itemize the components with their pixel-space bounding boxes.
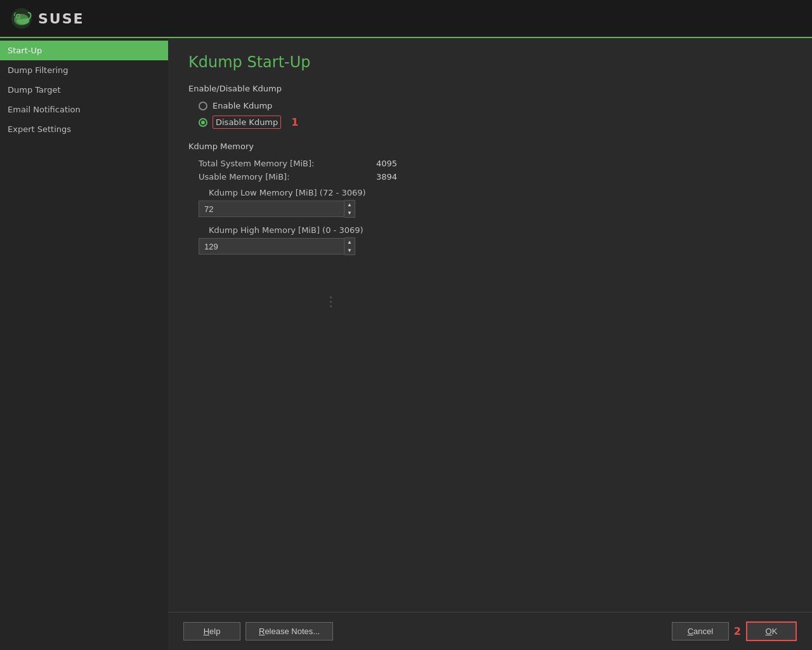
sidebar-item-expert-settings[interactable]: Expert Settings <box>0 119 168 139</box>
enable-disable-label: Enable/Disable Kdump <box>188 84 792 93</box>
release-notes-underline-char: R <box>259 627 265 636</box>
total-system-memory-value: 4095 <box>376 159 397 168</box>
resize-dot-1 <box>330 296 332 298</box>
radio-disable-label: Disable Kdump <box>213 116 281 129</box>
sidebar-item-startup[interactable]: Start-Up <box>0 41 168 60</box>
release-notes-button[interactable]: Release Notes... <box>246 622 333 640</box>
memory-section-title: Kdump Memory <box>188 142 792 151</box>
main-container: Start-Up Dump Filtering Dump Target Emai… <box>0 38 812 650</box>
sidebar-item-dump-target[interactable]: Dump Target <box>0 80 168 100</box>
help-button[interactable]: Help <box>183 622 240 640</box>
kdump-low-memory-input[interactable] <box>199 201 344 217</box>
chameleon-icon <box>10 7 33 30</box>
kdump-low-memory-spinbox-buttons: ▲ ▼ <box>344 200 355 218</box>
kdump-low-memory-down-button[interactable]: ▼ <box>344 209 355 217</box>
radio-disable-kdump[interactable]: Disable Kdump 1 <box>199 116 792 129</box>
radio-enable-circle <box>199 102 207 110</box>
resize-handle[interactable] <box>330 296 332 307</box>
bottom-bar: Help Release Notes... Cancel 2 OK <box>168 612 812 650</box>
total-system-memory-label: Total System Memory [MiB]: <box>199 159 376 168</box>
resize-dot-2 <box>330 301 332 303</box>
kdump-high-memory-label: Kdump High Memory [MiB] (0 - 3069) <box>209 225 363 235</box>
usable-memory-row: Usable Memory [MiB]: 3894 <box>199 172 792 182</box>
kdump-low-memory-spinbox[interactable]: ▲ ▼ <box>199 200 792 218</box>
usable-memory-label: Usable Memory [MiB]: <box>199 172 376 182</box>
content-area: Kdump Start-Up Enable/Disable Kdump Enab… <box>168 38 812 650</box>
suse-logo: SUSE <box>10 7 84 30</box>
kdump-high-memory-up-button[interactable]: ▲ <box>344 238 355 246</box>
annotation-1-badge: 1 <box>291 116 298 128</box>
kdump-high-memory-down-button[interactable]: ▼ <box>344 246 355 255</box>
bottom-left-buttons: Help Release Notes... <box>183 622 333 640</box>
cancel-underline-char: C <box>688 627 693 636</box>
kdump-high-memory-spinbox[interactable]: ▲ ▼ <box>199 237 792 255</box>
sidebar-item-dump-filtering[interactable]: Dump Filtering <box>0 60 168 80</box>
resize-dot-3 <box>330 305 332 307</box>
radio-enable-kdump[interactable]: Enable Kdump <box>199 101 792 110</box>
page-title: Kdump Start-Up <box>188 53 792 71</box>
sidebar-item-email-notification[interactable]: Email Notification <box>0 100 168 119</box>
kdump-high-memory-spinbox-buttons: ▲ ▼ <box>344 237 355 255</box>
memory-section: Kdump Memory Total System Memory [MiB]: … <box>188 142 792 255</box>
header-bar: SUSE <box>0 0 812 38</box>
annotation-2-badge: 2 <box>734 625 741 637</box>
svg-point-4 <box>18 16 19 17</box>
help-underline-char: H <box>204 627 209 636</box>
radio-group-kdump: Enable Kdump Disable Kdump 1 <box>199 101 792 129</box>
ok-button[interactable]: OK <box>746 621 797 641</box>
total-system-memory-row: Total System Memory [MiB]: 4095 <box>199 159 792 168</box>
content-inner: Kdump Start-Up Enable/Disable Kdump Enab… <box>168 38 812 612</box>
kdump-low-memory-label: Kdump Low Memory [MiB] (72 - 3069) <box>209 188 366 197</box>
suse-brand-text: SUSE <box>38 11 84 27</box>
usable-memory-value: 3894 <box>376 172 397 182</box>
ok-underline-char: O <box>766 627 772 636</box>
radio-enable-label: Enable Kdump <box>213 101 272 110</box>
bottom-right-buttons: Cancel 2 OK <box>672 621 797 641</box>
cancel-button[interactable]: Cancel <box>672 622 729 640</box>
kdump-high-memory-input[interactable] <box>199 238 344 255</box>
kdump-low-memory-up-button[interactable]: ▲ <box>344 201 355 209</box>
sidebar: Start-Up Dump Filtering Dump Target Emai… <box>0 38 168 650</box>
radio-disable-circle <box>199 118 207 127</box>
